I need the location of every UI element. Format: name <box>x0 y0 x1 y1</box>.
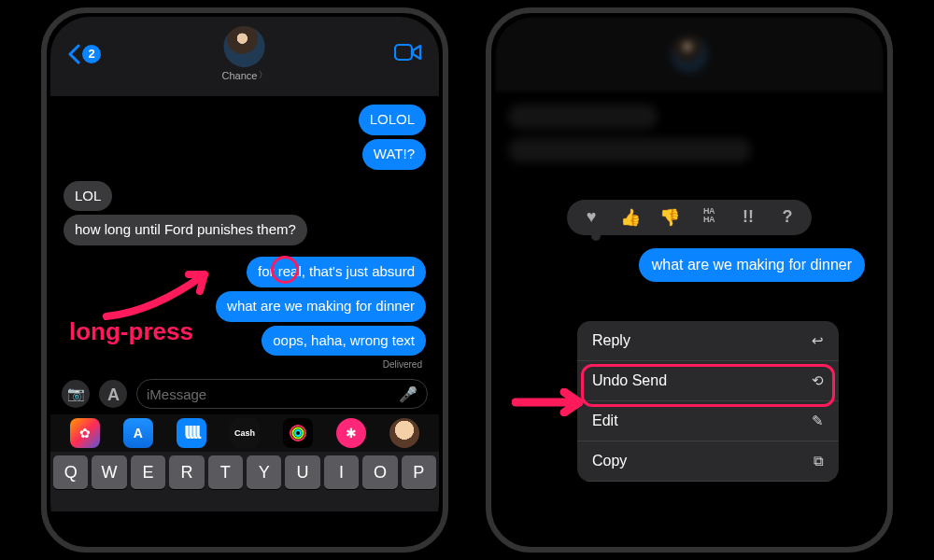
tapback-emphasis[interactable]: !! <box>737 207 759 228</box>
tapback-haha[interactable]: HA HA <box>698 207 720 228</box>
longpress-overlay: ♥ 👍 👎 HA HA !! ? what are we making for … <box>495 17 884 543</box>
compose-bar: 📷 A 🎤 <box>50 373 439 414</box>
tapback-heart[interactable]: ♥ <box>580 207 602 228</box>
annotation-arrow <box>97 265 219 321</box>
app-drawer-button[interactable]: A <box>99 380 127 408</box>
camera-icon: 📷 <box>67 385 85 402</box>
menu-reply[interactable]: Reply ↩︎ <box>577 321 839 361</box>
find-app-icon[interactable]: ✱ <box>336 418 366 448</box>
cash-label: Cash <box>234 428 255 438</box>
svg-rect-0 <box>395 45 412 60</box>
phone-screen-right: ♥ 👍 👎 HA HA !! ? what are we making for … <box>495 17 884 543</box>
contact-header[interactable]: Chance 〉 <box>222 26 268 81</box>
photos-app-icon[interactable]: ✿ <box>70 418 100 448</box>
key[interactable]: R <box>169 455 204 489</box>
video-icon <box>394 42 422 63</box>
phone-screen-left: 2 Chance 〉 LOLOL WAT!? LOL how long unti… <box>50 17 439 543</box>
tapback-bar: ♥ 👍 👎 HA HA !! ? <box>567 200 812 235</box>
delivered-label: Delivered <box>383 359 422 370</box>
activity-rings-icon <box>289 424 307 442</box>
tapback-question[interactable]: ? <box>776 207 799 228</box>
memoji-app-icon[interactable] <box>389 418 419 448</box>
menu-label: Reply <box>592 332 630 349</box>
key[interactable]: T <box>208 455 243 489</box>
undo-icon: ⟲ <box>812 372 824 389</box>
audio-app-icon[interactable]: 𝗹𝗹𝗹𝗹 <box>177 418 206 448</box>
key[interactable]: U <box>285 455 319 489</box>
tapback-thumbs-up[interactable]: 👍 <box>619 207 642 228</box>
phone-right: ♥ 👍 👎 HA HA !! ? what are we making for … <box>486 7 893 553</box>
microphone-icon: 🎤 <box>399 386 417 402</box>
key[interactable]: O <box>362 455 397 489</box>
phone-left: 2 Chance 〉 LOLOL WAT!? LOL how long unti… <box>41 7 448 553</box>
message-thread[interactable]: LOLOL WAT!? LOL how long until Ford puni… <box>50 97 439 373</box>
key[interactable]: Q <box>53 455 88 489</box>
message-sent[interactable]: LOLOL <box>359 105 426 135</box>
key[interactable]: E <box>131 455 165 489</box>
contact-name: Chance <box>222 70 258 81</box>
facetime-button[interactable] <box>394 42 422 66</box>
imessage-app-strip[interactable]: ✿ A 𝗹𝗹𝗹𝗹 Cash ✱ <box>50 414 439 452</box>
avatar <box>224 26 265 67</box>
svg-point-3 <box>295 430 301 436</box>
message-sent[interactable]: oops, haha, wrong text <box>262 326 426 357</box>
menu-label: Copy <box>592 453 627 469</box>
contact-name-row: Chance 〉 <box>222 69 268 81</box>
message-input-container: 🎤 <box>136 379 428 409</box>
unread-badge: 2 <box>82 45 101 63</box>
appstore-app-icon[interactable]: A <box>123 418 153 448</box>
edit-icon: ✎ <box>812 413 824 429</box>
reply-icon: ↩︎ <box>812 332 824 349</box>
keyboard[interactable]: Q W E R T Y U I O P <box>50 452 439 511</box>
key[interactable]: W <box>92 455 126 489</box>
message-received[interactable]: LOL <box>64 181 112 212</box>
dictation-button[interactable]: 🎤 <box>399 385 417 403</box>
context-menu: Reply ↩︎ Undo Send ⟲ Edit ✎ Copy ⧉ <box>577 321 839 482</box>
menu-label: Edit <box>592 413 618 429</box>
chevron-left-icon <box>67 44 80 64</box>
focused-message[interactable]: what are we making for dinner <box>639 248 865 282</box>
annotation-label: long-press <box>69 317 193 346</box>
message-received[interactable]: how long until Ford punishes them? <box>64 215 307 245</box>
menu-edit[interactable]: Edit ✎ <box>577 401 839 441</box>
back-button[interactable]: 2 <box>67 44 101 64</box>
menu-label: Undo Send <box>592 372 667 389</box>
camera-button[interactable]: 📷 <box>62 380 90 408</box>
message-input[interactable] <box>147 386 393 402</box>
keyboard-row: Q W E R T Y U I O P <box>53 455 436 489</box>
menu-copy[interactable]: Copy ⧉ <box>577 441 839 482</box>
key[interactable]: Y <box>247 455 281 489</box>
fitness-app-icon[interactable] <box>283 418 313 448</box>
key[interactable]: I <box>324 455 359 489</box>
chevron-right-icon: 〉 <box>259 69 267 81</box>
message-sent[interactable]: WAT!? <box>362 139 426 170</box>
appstore-icon: A <box>106 385 119 403</box>
tapback-thumbs-down[interactable]: 👎 <box>658 207 681 228</box>
message-sent[interactable]: what are we making for dinner <box>216 291 426 322</box>
copy-icon: ⧉ <box>814 453 824 469</box>
menu-undo-send[interactable]: Undo Send ⟲ <box>577 361 839 401</box>
message-sent[interactable]: for real, that's just absurd <box>247 257 426 287</box>
conversation-nav: 2 Chance 〉 <box>50 17 439 97</box>
applecash-app-icon[interactable]: Cash <box>230 418 260 448</box>
key[interactable]: P <box>402 455 436 489</box>
